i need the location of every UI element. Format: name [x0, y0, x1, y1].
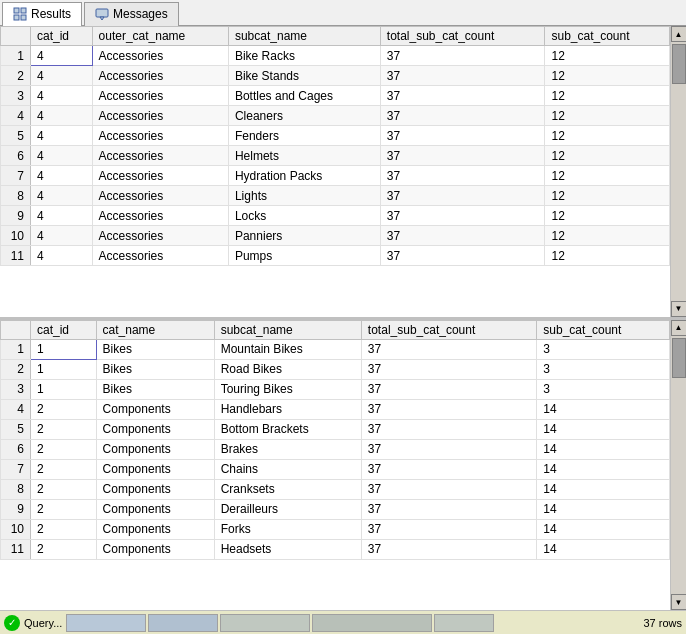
cell-sub_cat_count: 14 — [537, 459, 670, 479]
scroll-track-1[interactable] — [671, 42, 687, 301]
row-number: 1 — [1, 339, 31, 359]
cell-sub_cat_count: 12 — [545, 226, 670, 246]
cell-total_sub_cat_count: 37 — [380, 126, 545, 146]
cell-subcat_name: Brakes — [214, 439, 361, 459]
scroll-down-btn-1[interactable]: ▼ — [671, 301, 687, 317]
cell-subcat_name: Chains — [214, 459, 361, 479]
row-number: 1 — [1, 46, 31, 66]
cell-outer_cat_name: Accessories — [92, 206, 228, 226]
svg-marker-5 — [100, 17, 104, 20]
cell-cat_name: Components — [96, 419, 214, 439]
cell-sub_cat_count: 12 — [545, 66, 670, 86]
table-wrapper-2: cat_id cat_name subcat_name total_sub_ca… — [0, 320, 686, 611]
table-row: 24AccessoriesBike Stands3712 — [1, 66, 670, 86]
table-row: 102ComponentsForks3714 — [1, 519, 670, 539]
cell-total_sub_cat_count: 37 — [380, 46, 545, 66]
col-header-rownum-2 — [1, 320, 31, 339]
row-number: 8 — [1, 186, 31, 206]
table-scroll-1[interactable]: cat_id outer_cat_name subcat_name total_… — [0, 26, 670, 317]
col-header-total-sub-cat-count-2: total_sub_cat_count — [361, 320, 536, 339]
row-number: 7 — [1, 459, 31, 479]
result-pane-1: cat_id outer_cat_name subcat_name total_… — [0, 26, 686, 320]
cell-cat_id: 1 — [31, 339, 97, 359]
cell-outer_cat_name: Accessories — [92, 186, 228, 206]
table-row: 112ComponentsHeadsets3714 — [1, 539, 670, 559]
cell-subcat_name: Bike Stands — [228, 66, 380, 86]
status-seg-3 — [220, 614, 310, 632]
cell-subcat_name: Headsets — [214, 539, 361, 559]
content-area: cat_id outer_cat_name subcat_name total_… — [0, 26, 686, 610]
cell-cat_id: 4 — [31, 246, 93, 266]
table-scroll-2[interactable]: cat_id cat_name subcat_name total_sub_ca… — [0, 320, 670, 611]
row-number: 4 — [1, 399, 31, 419]
col-header-rownum-1 — [1, 27, 31, 46]
scroll-down-btn-2[interactable]: ▼ — [671, 594, 687, 610]
row-number: 9 — [1, 206, 31, 226]
cell-subcat_name: Road Bikes — [214, 359, 361, 379]
cell-outer_cat_name: Accessories — [92, 246, 228, 266]
cell-subcat_name: Cleaners — [228, 106, 380, 126]
col-header-cat-id-1: cat_id — [31, 27, 93, 46]
row-number: 11 — [1, 539, 31, 559]
cell-total_sub_cat_count: 37 — [361, 439, 536, 459]
cell-sub_cat_count: 12 — [545, 86, 670, 106]
cell-sub_cat_count: 3 — [537, 359, 670, 379]
table-row: 62ComponentsBrakes3714 — [1, 439, 670, 459]
cell-subcat_name: Pumps — [228, 246, 380, 266]
status-seg-5 — [434, 614, 494, 632]
cell-cat_id: 2 — [31, 459, 97, 479]
cell-total_sub_cat_count: 37 — [361, 459, 536, 479]
cell-subcat_name: Bottom Brackets — [214, 419, 361, 439]
svg-rect-3 — [21, 15, 26, 20]
cell-outer_cat_name: Accessories — [92, 146, 228, 166]
table-row: 11BikesMountain Bikes373 — [1, 339, 670, 359]
table-row: 82ComponentsCranksets3714 — [1, 479, 670, 499]
scroll-thumb-2[interactable] — [672, 338, 686, 378]
scroll-up-btn-1[interactable]: ▲ — [671, 26, 687, 42]
cell-subcat_name: Derailleurs — [214, 499, 361, 519]
cell-cat_id: 2 — [31, 419, 97, 439]
row-number: 7 — [1, 166, 31, 186]
tab-messages[interactable]: Messages — [84, 2, 179, 26]
svg-rect-2 — [14, 15, 19, 20]
cell-total_sub_cat_count: 37 — [361, 539, 536, 559]
table-row: 74AccessoriesHydration Packs3712 — [1, 166, 670, 186]
scrollbar-y-1[interactable]: ▲ ▼ — [670, 26, 686, 317]
cell-cat_id: 4 — [31, 226, 93, 246]
cell-total_sub_cat_count: 37 — [361, 359, 536, 379]
scroll-thumb-1[interactable] — [672, 44, 686, 84]
cell-total_sub_cat_count: 37 — [361, 379, 536, 399]
scrollbar-y-2[interactable]: ▲ ▼ — [670, 320, 686, 611]
cell-subcat_name: Handlebars — [214, 399, 361, 419]
cell-sub_cat_count: 14 — [537, 419, 670, 439]
cell-cat_id: 4 — [31, 126, 93, 146]
tab-results-label: Results — [31, 7, 71, 21]
cell-cat_id: 4 — [31, 86, 93, 106]
scroll-up-btn-2[interactable]: ▲ — [671, 320, 687, 336]
cell-outer_cat_name: Accessories — [92, 86, 228, 106]
main-container: Results Messages cat_id — [0, 0, 686, 634]
cell-total_sub_cat_count: 37 — [380, 246, 545, 266]
scroll-track-2[interactable] — [671, 336, 687, 595]
cell-outer_cat_name: Accessories — [92, 166, 228, 186]
cell-total_sub_cat_count: 37 — [361, 519, 536, 539]
col-header-subcat-name-2: subcat_name — [214, 320, 361, 339]
cell-total_sub_cat_count: 37 — [380, 226, 545, 246]
status-ok-icon: ✓ — [4, 615, 20, 631]
table-row: 21BikesRoad Bikes373 — [1, 359, 670, 379]
row-number: 8 — [1, 479, 31, 499]
col-header-sub-cat-count-1: sub_cat_count — [545, 27, 670, 46]
cell-cat_id: 4 — [31, 166, 93, 186]
cell-sub_cat_count: 12 — [545, 186, 670, 206]
cell-cat_id: 2 — [31, 519, 97, 539]
table-row: 114AccessoriesPumps3712 — [1, 246, 670, 266]
cell-cat_name: Components — [96, 439, 214, 459]
cell-cat_name: Bikes — [96, 359, 214, 379]
tab-results[interactable]: Results — [2, 2, 82, 26]
cell-subcat_name: Helmets — [228, 146, 380, 166]
tab-bar: Results Messages — [0, 0, 686, 26]
cell-subcat_name: Forks — [214, 519, 361, 539]
status-row-count: 37 rows — [643, 617, 682, 629]
svg-rect-1 — [21, 8, 26, 13]
cell-sub_cat_count: 14 — [537, 499, 670, 519]
